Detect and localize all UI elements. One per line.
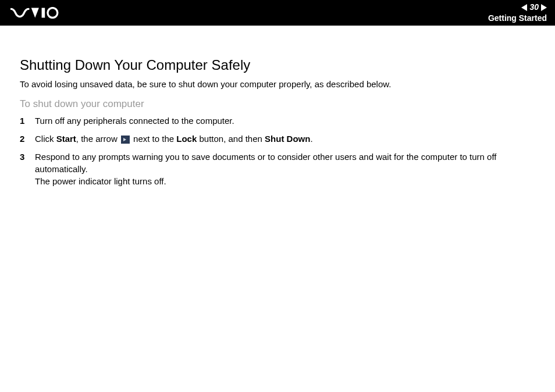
text-fragment: , the arrow [76,134,120,144]
svg-rect-0 [42,8,45,18]
header-right: 30 Getting Started [488,2,547,23]
text-fragment: . [310,134,312,144]
bold-text: Start [56,134,76,144]
page-title: Shutting Down Your Computer Safely [20,57,541,73]
page-nav: 30 [488,2,547,12]
nav-prev-icon[interactable] [521,4,527,11]
text-fragment: The power indicator light turns off. [35,176,166,186]
bold-text: Shut Down [265,134,310,144]
step-body: Respond to any prompts warning you to sa… [35,151,541,187]
vaio-logo-icon [10,7,65,19]
svg-point-1 [48,8,58,18]
nav-next-icon[interactable] [541,4,547,11]
intro-text: To avoid losing unsaved data, be sure to… [20,79,541,89]
arrow-right-icon [121,136,130,144]
page-number: 30 [529,2,539,12]
sub-title: To shut down your computer [20,98,541,110]
text-fragment: next to the [131,134,176,144]
text-fragment: Respond to any prompts warning you to sa… [35,152,496,174]
vaio-logo [10,7,65,19]
text-fragment: Click [35,134,56,144]
header-bar: 30 Getting Started [0,0,555,26]
content: Shutting Down Your Computer Safely To av… [0,26,555,187]
step-body: Turn off any peripherals connected to th… [35,115,541,127]
step-item: 3 Respond to any prompts warning you to … [20,151,541,187]
step-number: 3 [20,151,35,163]
bold-text: Lock [176,134,197,144]
step-item: 2 Click Start, the arrow next to the Loc… [20,133,541,145]
step-number: 2 [20,133,35,145]
steps-list: 1 Turn off any peripherals connected to … [20,115,541,187]
step-item: 1 Turn off any peripherals connected to … [20,115,541,127]
step-number: 1 [20,115,35,127]
step-body: Click Start, the arrow next to the Lock … [35,133,541,145]
breadcrumb[interactable]: Getting Started [488,13,547,23]
text-fragment: button, and then [197,134,265,144]
